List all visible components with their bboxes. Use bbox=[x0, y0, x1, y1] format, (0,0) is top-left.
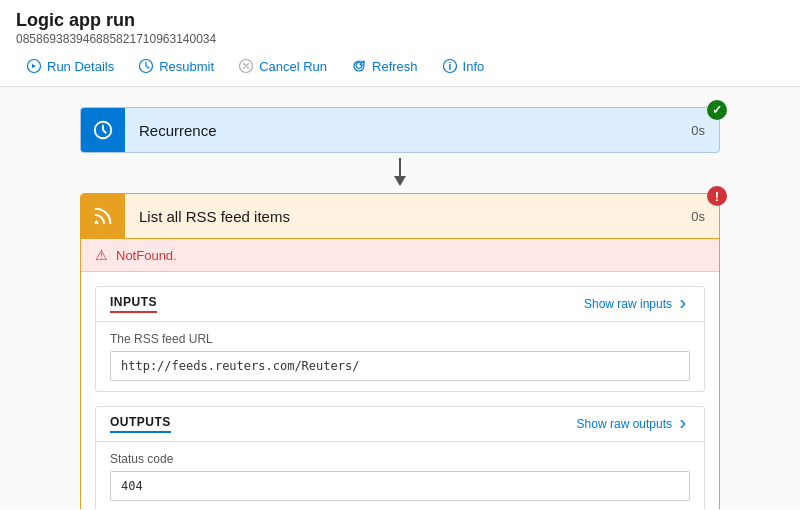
info-icon: i bbox=[442, 58, 458, 74]
rss-block-label: List all RSS feed items bbox=[125, 208, 677, 225]
chevron-right-outputs-icon bbox=[676, 417, 690, 431]
cancel-run-label: Cancel Run bbox=[259, 59, 327, 74]
run-details-label: Run Details bbox=[47, 59, 114, 74]
refresh-label: Refresh bbox=[372, 59, 418, 74]
show-raw-outputs-label: Show raw outputs bbox=[577, 417, 672, 431]
cancel-run-icon bbox=[238, 58, 254, 74]
cancel-run-button[interactable]: Cancel Run bbox=[228, 54, 337, 78]
rss-error-badge: ! bbox=[707, 186, 727, 206]
status-code-label: Status code bbox=[110, 452, 690, 466]
refresh-button[interactable]: Refresh bbox=[341, 54, 428, 78]
svg-point-8 bbox=[95, 221, 99, 225]
page-subtitle: 085869383946885821710963140034 bbox=[16, 32, 784, 46]
run-details-button[interactable]: Run Details bbox=[16, 54, 124, 78]
svg-text:i: i bbox=[448, 61, 451, 72]
svg-marker-7 bbox=[394, 176, 406, 186]
show-raw-inputs-link[interactable]: Show raw inputs bbox=[584, 297, 690, 311]
recurrence-block[interactable]: Recurrence 0s ✓ bbox=[80, 107, 720, 153]
page-header: Logic app run 08586938394688582171096314… bbox=[0, 0, 800, 46]
resubmit-button[interactable]: Resubmit bbox=[128, 54, 224, 78]
chevron-right-icon bbox=[676, 297, 690, 311]
recurrence-icon-box bbox=[81, 108, 125, 152]
inputs-title: INPUTS bbox=[110, 295, 157, 313]
resubmit-icon bbox=[138, 58, 154, 74]
error-message: NotFound. bbox=[116, 248, 177, 263]
warning-icon: ⚠ bbox=[95, 247, 108, 263]
error-banner: ⚠ NotFound. bbox=[81, 239, 719, 272]
inputs-section-header: INPUTS Show raw inputs bbox=[96, 287, 704, 322]
outputs-section-header: OUTPUTS Show raw outputs bbox=[96, 407, 704, 442]
outputs-section-body: Status code 404 bbox=[96, 442, 704, 509]
rss-icon-box bbox=[81, 194, 125, 238]
inputs-section: INPUTS Show raw inputs The RSS feed URL … bbox=[95, 286, 705, 392]
recurrence-success-badge: ✓ bbox=[707, 100, 727, 120]
info-button[interactable]: i Info bbox=[432, 54, 495, 78]
recurrence-label: Recurrence bbox=[125, 122, 677, 139]
recurrence-duration: 0s bbox=[677, 123, 719, 138]
status-code-value: 404 bbox=[110, 471, 690, 501]
outputs-section: OUTPUTS Show raw outputs Status code 404 bbox=[95, 406, 705, 509]
rss-url-label: The RSS feed URL bbox=[110, 332, 690, 346]
toolbar: Run Details Resubmit Cancel Run Refresh bbox=[0, 46, 800, 87]
show-raw-outputs-link[interactable]: Show raw outputs bbox=[577, 417, 690, 431]
info-label: Info bbox=[463, 59, 485, 74]
show-raw-inputs-label: Show raw inputs bbox=[584, 297, 672, 311]
rss-header[interactable]: List all RSS feed items 0s ! bbox=[81, 194, 719, 239]
arrow-connector bbox=[30, 153, 770, 193]
inputs-section-body: The RSS feed URL http://feeds.reuters.co… bbox=[96, 322, 704, 391]
rss-duration: 0s bbox=[677, 209, 719, 224]
refresh-icon bbox=[351, 58, 367, 74]
run-details-icon bbox=[26, 58, 42, 74]
rss-feed-block: List all RSS feed items 0s ! ⚠ NotFound.… bbox=[80, 193, 720, 509]
page-title: Logic app run bbox=[16, 10, 784, 31]
outputs-title: OUTPUTS bbox=[110, 415, 171, 433]
resubmit-label: Resubmit bbox=[159, 59, 214, 74]
main-content: Recurrence 0s ✓ List all RSS feed items … bbox=[0, 87, 800, 509]
rss-url-value: http://feeds.reuters.com/Reuters/ bbox=[110, 351, 690, 381]
